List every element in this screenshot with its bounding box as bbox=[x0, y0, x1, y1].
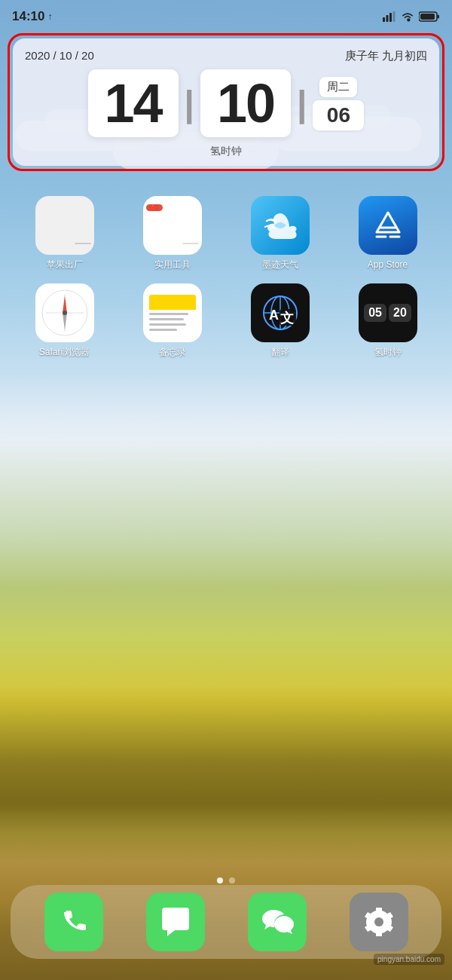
page-dots bbox=[0, 877, 452, 884]
app-item-moji[interactable]: 墨迹天气 bbox=[229, 196, 331, 270]
signal-icon bbox=[383, 11, 396, 22]
hour-card: 14 bbox=[88, 69, 179, 137]
translate-icon: A 文 bbox=[251, 283, 310, 342]
messages-svg bbox=[158, 905, 193, 939]
app-item-utility[interactable]: 🔴 实用工具 bbox=[121, 196, 223, 270]
app-item-safari[interactable]: Safari浏览器 bbox=[14, 283, 115, 357]
dot-1 bbox=[217, 877, 223, 884]
widget-top-row: 2020 / 10 / 20 庚子年 九月初四 bbox=[25, 49, 427, 63]
notes-label: 备忘录 bbox=[159, 347, 186, 357]
safari-icon bbox=[35, 283, 94, 342]
widget-time-row: 14 | 10 | 周二 06 bbox=[25, 69, 427, 137]
widget-right-col: 周二 06 bbox=[313, 77, 364, 130]
settings-icon bbox=[350, 893, 408, 951]
dock-item-settings[interactable] bbox=[350, 893, 408, 951]
phone-svg bbox=[58, 906, 90, 938]
seconds-badge: 06 bbox=[313, 100, 364, 130]
apple-factory-label: 苹果出厂 bbox=[47, 259, 83, 270]
dock bbox=[11, 885, 441, 959]
time-separator: | bbox=[185, 83, 194, 124]
svg-rect-6 bbox=[420, 14, 435, 20]
dock-item-wechat[interactable] bbox=[248, 893, 307, 951]
appstore-svg bbox=[371, 208, 405, 243]
app-item-appstore[interactable]: App Store bbox=[337, 196, 438, 270]
app-item-apple-factory[interactable]: 苹果出厂 bbox=[14, 196, 115, 270]
hclock-label: 氢时钟 bbox=[374, 347, 402, 357]
widget-outline: 2020 / 10 / 20 庚子年 九月初四 14 | 10 | 周二 06 … bbox=[8, 33, 444, 171]
safari-svg bbox=[40, 288, 90, 338]
app-item-notes[interactable]: 备忘录 bbox=[121, 283, 223, 357]
battery-icon bbox=[419, 11, 440, 22]
phone-icon bbox=[44, 893, 103, 951]
svg-point-12 bbox=[63, 311, 67, 315]
status-bar: 14:10 ↑ bbox=[0, 0, 452, 33]
wechat-svg bbox=[259, 904, 295, 940]
svg-rect-5 bbox=[438, 15, 440, 19]
minute-card: 10 bbox=[200, 69, 291, 137]
wechat-icon bbox=[248, 893, 307, 951]
widget-lunar: 庚子年 九月初四 bbox=[345, 49, 427, 63]
widget-app-name: 氢时钟 bbox=[210, 145, 242, 158]
moji-icon bbox=[251, 196, 310, 255]
dot-2 bbox=[229, 877, 235, 884]
svg-text:文: 文 bbox=[280, 311, 294, 326]
utility-icon: 🔴 bbox=[143, 196, 202, 255]
svg-text:A: A bbox=[269, 308, 279, 323]
moji-label: 墨迹天气 bbox=[262, 259, 298, 270]
app-grid: 苹果出厂 🔴 实用工具 墨迹天气 bbox=[0, 188, 452, 366]
time-separator-2: | bbox=[297, 83, 307, 124]
translate-svg: A 文 bbox=[258, 291, 302, 335]
settings-svg bbox=[362, 905, 396, 939]
dock-item-phone[interactable] bbox=[44, 893, 103, 951]
watermark: pingyan.baidu.com bbox=[374, 954, 444, 965]
moji-svg bbox=[261, 206, 300, 245]
clock-widget: 2020 / 10 / 20 庚子年 九月初四 14 | 10 | 周二 06 … bbox=[13, 38, 439, 166]
messages-icon bbox=[146, 893, 205, 951]
notes-icon bbox=[143, 283, 202, 342]
widget-date: 2020 / 10 / 20 bbox=[25, 49, 94, 63]
utility-label: 实用工具 bbox=[154, 259, 191, 270]
appstore-icon bbox=[359, 196, 417, 255]
dock-item-messages[interactable] bbox=[146, 893, 205, 951]
day-badge: 周二 bbox=[319, 77, 357, 97]
svg-rect-3 bbox=[393, 11, 396, 22]
status-icons bbox=[383, 11, 440, 22]
safari-label: Safari浏览器 bbox=[39, 347, 90, 357]
appstore-label: App Store bbox=[368, 259, 408, 270]
wifi-icon bbox=[401, 11, 414, 22]
hclock-icon: 05 20 bbox=[359, 283, 417, 342]
apple-factory-icon bbox=[35, 196, 94, 255]
app-item-translate[interactable]: A 文 翻译 bbox=[229, 283, 331, 357]
translate-label: 翻译 bbox=[271, 347, 289, 357]
svg-rect-2 bbox=[389, 13, 392, 22]
app-item-hclock[interactable]: 05 20 氢时钟 bbox=[337, 283, 438, 357]
svg-rect-1 bbox=[386, 15, 389, 22]
status-time: 14:10 ↑ bbox=[12, 9, 52, 24]
location-icon: ↑ bbox=[47, 11, 52, 22]
svg-rect-0 bbox=[383, 17, 385, 22]
